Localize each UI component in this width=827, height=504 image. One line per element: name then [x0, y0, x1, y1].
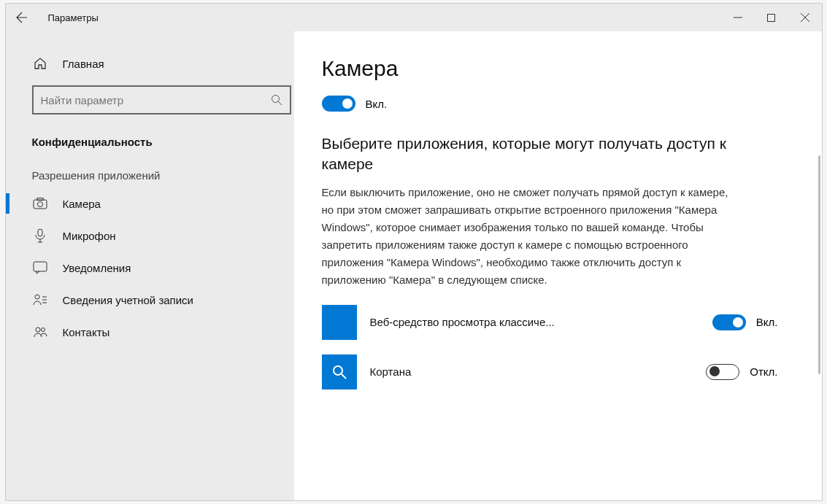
app-toggle[interactable] [706, 364, 739, 380]
maximize-button[interactable] [755, 4, 788, 31]
sidebar-section-header: Разрешения приложений [6, 156, 294, 187]
main-area: Главная Конфиденциальность Разрешения пр… [6, 31, 822, 500]
camera-icon [32, 195, 48, 212]
sidebar-item-label: Контакты [63, 326, 110, 338]
svg-line-20 [342, 374, 346, 379]
back-button[interactable] [6, 4, 38, 31]
minimize-button[interactable] [721, 4, 755, 31]
sidebar-item-label: Камера [63, 198, 101, 210]
sidebar-section-label: Разрешения приложений [32, 169, 161, 182]
sidebar-item-label: Уведомления [63, 262, 131, 274]
app-icon-webviewer [322, 305, 357, 340]
search-icon [271, 94, 282, 106]
close-icon [801, 13, 809, 22]
sidebar: Главная Конфиденциальность Разрешения пр… [6, 31, 294, 500]
back-arrow-icon [16, 12, 28, 23]
svg-point-7 [37, 202, 42, 207]
sidebar-item-label: Микрофон [63, 230, 116, 242]
svg-rect-9 [38, 229, 42, 236]
contacts-icon [32, 324, 48, 340]
close-button[interactable] [788, 4, 822, 31]
master-toggle-row: Вкл. [322, 96, 778, 112]
minimize-icon [734, 13, 742, 22]
sidebar-home-label: Главная [63, 58, 104, 70]
sidebar-item-contacts[interactable]: Контакты [6, 316, 294, 348]
cortana-search-icon [331, 364, 347, 380]
sidebar-category[interactable]: Конфиденциальность [6, 128, 294, 156]
settings-window: Параметры Главная Конфиденциальность Раз… [5, 3, 823, 501]
account-icon [32, 292, 48, 308]
master-toggle-label: Вкл. [366, 98, 388, 110]
section-heading: Выберите приложения, которые могут получ… [322, 133, 778, 175]
section-description: Если выключить приложение, оно не сможет… [322, 184, 731, 289]
page-title: Камера [322, 56, 778, 81]
svg-point-18 [41, 328, 45, 332]
master-toggle[interactable] [322, 96, 355, 112]
search-input[interactable] [41, 94, 271, 106]
svg-rect-6 [34, 200, 47, 209]
sidebar-home[interactable]: Главная [6, 47, 294, 80]
notifications-icon [32, 260, 48, 276]
sidebar-item-label: Сведения учетной записи [63, 294, 194, 306]
sidebar-item-camera[interactable]: Камера [6, 187, 294, 220]
sidebar-category-label: Конфиденциальность [32, 136, 153, 148]
scrollbar[interactable] [818, 155, 820, 374]
app-icon-cortana [322, 354, 357, 389]
svg-point-13 [35, 295, 39, 299]
svg-rect-12 [34, 262, 47, 271]
svg-rect-8 [37, 198, 43, 201]
app-name: Кортана [370, 365, 574, 378]
window-title: Параметры [38, 12, 99, 23]
titlebar: Параметры [6, 4, 822, 31]
sidebar-item-account-info[interactable]: Сведения учетной записи [6, 284, 294, 316]
microphone-icon [32, 228, 48, 244]
app-name: Веб-средство просмотра классиче... [370, 316, 574, 328]
svg-point-4 [272, 96, 279, 103]
app-toggle-label: Откл. [750, 365, 777, 378]
svg-line-5 [278, 102, 282, 106]
content-area: Камера Вкл. Выберите приложения, которые… [294, 31, 822, 500]
search-box[interactable] [32, 85, 291, 115]
maximize-icon [767, 14, 775, 22]
svg-point-17 [36, 327, 40, 332]
svg-rect-1 [768, 14, 775, 21]
app-toggle-label: Вкл. [756, 316, 778, 328]
sidebar-item-notifications[interactable]: Уведомления [6, 252, 294, 284]
sidebar-item-microphone[interactable]: Микрофон [6, 220, 294, 252]
svg-point-19 [334, 366, 342, 375]
app-row: Кортана Откл. [322, 354, 778, 389]
app-row: Веб-средство просмотра классиче... Вкл. [322, 305, 778, 340]
home-icon [32, 55, 48, 71]
app-toggle[interactable] [712, 314, 746, 330]
